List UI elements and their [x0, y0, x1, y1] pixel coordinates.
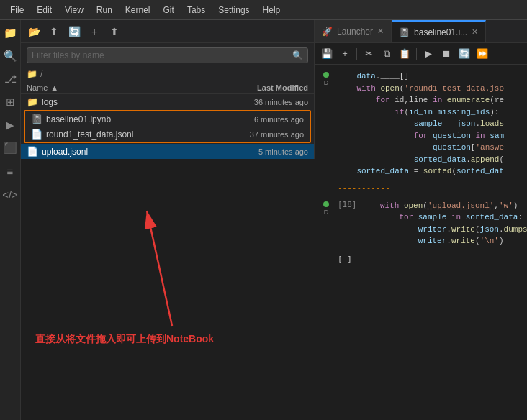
notebook-icon: 📓: [31, 114, 42, 124]
file-name-text: baseline01.ipynb: [46, 114, 111, 124]
tab-baseline[interactable]: 📓 baseline01.i... ✕: [392, 20, 486, 42]
folder-icon: 📁: [27, 69, 37, 79]
search-icon: 🔍: [292, 50, 303, 60]
cut-icon[interactable]: ✂: [361, 46, 377, 62]
cell-1-status-dot: [323, 72, 329, 78]
col-name-label: Name: [27, 83, 48, 92]
panel-toolbar: 📂 ⬆ 🔄 + ⬆: [21, 20, 314, 43]
cell-2-output: [ ]: [315, 252, 527, 267]
menu-run[interactable]: Run: [91, 3, 118, 17]
file-time: 5 minutes ago: [229, 147, 308, 156]
list-item[interactable]: 📁 logs 36 minutes ago: [21, 94, 314, 109]
menu-edit[interactable]: Edit: [31, 3, 58, 17]
search-box[interactable]: 🔍: [27, 47, 308, 63]
cell-2-debug-label: D: [324, 209, 329, 216]
cell-2: D [18] with open('upload.jsonl','w') for…: [315, 198, 527, 249]
file-time: 37 minutes ago: [225, 130, 304, 139]
cell-2-inner: [18] with open('upload.jsonl','w') for s…: [338, 200, 527, 247]
file-name-text: logs: [42, 97, 58, 107]
breadcrumb-path: /: [40, 69, 42, 79]
tab-launcher[interactable]: 🚀 Launcher ✕: [315, 20, 392, 42]
activity-list-icon[interactable]: ≡: [0, 161, 20, 181]
file-time: 6 minutes ago: [225, 115, 304, 124]
paste-icon[interactable]: 📋: [397, 46, 413, 62]
git-push-icon[interactable]: ⬆: [106, 23, 123, 40]
folder-icon: 📁: [27, 96, 38, 107]
cell-1-status: D: [319, 70, 333, 86]
activity-files-icon[interactable]: 📁: [0, 23, 20, 43]
cell-2-code: with open('upload.jsonl','w') for sample…: [361, 200, 528, 247]
cell-2-status-dot: [323, 201, 329, 207]
code-area: D data.____[] with open('round1_test_dat…: [315, 65, 527, 420]
copy-icon[interactable]: ⧉: [379, 46, 395, 62]
cell-1: D data.____[] with open('round1_test_dat…: [315, 69, 527, 179]
menu-file[interactable]: File: [4, 3, 30, 17]
toolbar-separator: [356, 48, 357, 60]
file-list-header: Name ▲ Last Modified: [21, 82, 314, 94]
activity-extensions-icon[interactable]: ⊞: [0, 92, 20, 112]
activity-run-icon[interactable]: ▶: [0, 115, 20, 135]
upload-icon[interactable]: ⬆: [45, 23, 63, 40]
menu-settings[interactable]: Settings: [212, 3, 255, 17]
sort-icon: ▲: [50, 83, 58, 92]
list-item[interactable]: 📄 round1_test_data.jsonl 37 minutes ago: [25, 127, 310, 142]
jupyter-panel: 🚀 Launcher ✕ 📓 baseline01.i... ✕ 💾 + ✂ ⧉…: [315, 20, 527, 420]
toolbar-separator-2: [416, 48, 417, 60]
jsonl-icon: 📄: [31, 129, 42, 140]
run-all-icon[interactable]: ⏩: [474, 46, 490, 62]
menu-tabs[interactable]: Tabs: [181, 3, 211, 17]
activity-bar: 📁 🔍 ⎇ ⊞ ▶ ⬛ ≡ </>: [0, 20, 21, 420]
menu-kernel[interactable]: Kernel: [120, 3, 156, 17]
search-input[interactable]: [32, 50, 292, 60]
cell-2-wrapper: [18] with open('upload.jsonl','w') for s…: [338, 200, 527, 247]
col-modified-label: Last Modified: [229, 83, 308, 92]
menu-view[interactable]: View: [59, 3, 89, 17]
activity-terminal-icon[interactable]: ⬛: [0, 138, 20, 158]
new-file-icon[interactable]: +: [86, 23, 103, 40]
upload-jsonl-icon: 📄: [27, 146, 38, 157]
jupyter-toolbar: 💾 + ✂ ⧉ 📋 ▶ ⏹ 🔄 ⏩: [315, 43, 527, 65]
run-icon[interactable]: ▶: [420, 46, 436, 62]
activity-search-icon[interactable]: 🔍: [0, 46, 20, 66]
activity-git-icon[interactable]: ⎇: [0, 69, 20, 89]
tab-bar: 🚀 Launcher ✕ 📓 baseline01.i... ✕: [315, 20, 527, 43]
tab-baseline-close[interactable]: ✕: [472, 27, 478, 37]
file-panel: 📂 ⬆ 🔄 + ⬆ 🔍 📁 / Name ▲: [21, 20, 315, 159]
add-cell-icon[interactable]: +: [337, 46, 353, 62]
notebook-tab-icon: 📓: [399, 27, 410, 37]
file-time: 36 minutes ago: [229, 98, 308, 106]
save-icon[interactable]: 💾: [319, 46, 335, 62]
menu-help[interactable]: Help: [257, 3, 287, 17]
cell-2-status: D: [319, 200, 333, 216]
list-item[interactable]: 📄 upload.jsonl 5 minutes ago: [21, 144, 314, 159]
new-folder-icon[interactable]: 📂: [25, 23, 42, 40]
cell-1-code: data.____[] with open('round1_test_data.…: [338, 70, 527, 178]
launcher-icon: 🚀: [322, 27, 333, 37]
cell-2-label: [18]: [338, 200, 357, 209]
menubar: File Edit View Run Kernel Git Tabs Setti…: [0, 0, 527, 20]
file-name-text: upload.jsonl: [42, 147, 88, 157]
menu-git[interactable]: Git: [158, 3, 180, 17]
arrow-annotation: [21, 153, 315, 355]
stop-icon[interactable]: ⏹: [438, 46, 454, 62]
list-item[interactable]: 📓 baseline01.ipynb 6 minutes ago: [25, 111, 310, 127]
cell-1-debug-label: D: [324, 79, 329, 86]
refresh-icon[interactable]: 🔄: [66, 23, 83, 40]
cell-1-delimiter: -----------: [315, 182, 527, 194]
svg-line-1: [147, 211, 172, 326]
activity-code-icon[interactable]: </>: [0, 184, 20, 204]
file-name-text: round1_test_data.jsonl: [46, 129, 133, 140]
tab-launcher-label: Launcher: [337, 27, 373, 37]
tab-launcher-close[interactable]: ✕: [377, 27, 384, 36]
tab-baseline-label: baseline01.i...: [414, 27, 467, 37]
breadcrumb: 📁 /: [21, 68, 314, 82]
restart-icon[interactable]: 🔄: [456, 46, 472, 62]
annotation-text: 直接从将文件拖入即可上传到NoteBook: [35, 333, 214, 346]
file-list: 📁 logs 36 minutes ago 📓 baseline01.ipynb…: [21, 94, 314, 159]
